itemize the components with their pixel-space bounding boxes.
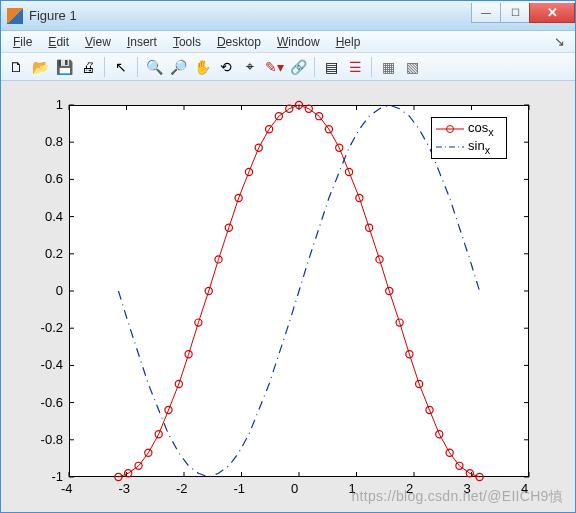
menu-tools[interactable]: Tools [165,33,209,51]
x-tick-label: 0 [291,481,298,496]
legend-label-sin: sinx [468,138,490,156]
y-tick-label: 0.2 [45,246,63,261]
show-plot-tools-icon[interactable]: ▧ [401,56,423,78]
maximize-button[interactable]: ☐ [500,3,530,23]
menu-help[interactable]: Help [328,33,369,51]
titlebar[interactable]: Figure 1 — ☐ ✕ [1,1,575,31]
rotate-3d-icon[interactable]: ⟲ [215,56,237,78]
y-tick-label: -1 [51,469,63,484]
legend-swatch-sin [436,140,464,154]
matlab-icon [7,8,23,24]
figure-window: Figure 1 — ☐ ✕ File Edit View Insert Too… [0,0,576,513]
close-button[interactable]: ✕ [529,3,575,23]
menubar: File Edit View Insert Tools Desktop Wind… [1,31,575,53]
y-tick-label: -0.4 [41,357,63,372]
save-icon[interactable]: 💾 [53,56,75,78]
y-tick-label: 0.8 [45,134,63,149]
zoom-out-icon[interactable]: 🔎 [167,56,189,78]
x-tick-label: 2 [406,481,413,496]
window-title: Figure 1 [29,8,472,23]
legend-swatch-cos [436,122,464,136]
y-tick-label: -0.2 [41,320,63,335]
y-tick-label: 0.4 [45,209,63,224]
legend-label-cos: cosx [468,120,494,138]
print-icon[interactable]: 🖨 [77,56,99,78]
arrow-icon[interactable]: ↖ [110,56,132,78]
x-tick-label: -3 [119,481,131,496]
window-buttons: — ☐ ✕ [472,3,575,25]
figure-area[interactable]: -4-3-2-101234-1-0.8-0.6-0.4-0.200.20.40.… [1,81,575,512]
y-tick-label: 0 [56,283,63,298]
data-cursor-icon[interactable]: ⌖ [239,56,261,78]
dock-icon[interactable]: ↘ [548,34,571,49]
plot-svg [69,105,529,477]
y-tick-label: 1 [56,97,63,112]
x-tick-label: 1 [349,481,356,496]
menu-file[interactable]: File [5,33,40,51]
zoom-in-icon[interactable]: 🔍 [143,56,165,78]
x-tick-label: -1 [234,481,246,496]
hide-plot-tools-icon[interactable]: ▦ [377,56,399,78]
new-figure-icon[interactable]: 🗋 [5,56,27,78]
menu-view[interactable]: View [77,33,119,51]
open-icon[interactable]: 📂 [29,56,51,78]
y-tick-label: 0.6 [45,171,63,186]
y-tick-label: -0.6 [41,395,63,410]
x-tick-label: -2 [176,481,188,496]
legend-entry-sin[interactable]: sinx [436,138,502,156]
legend[interactable]: cosx sinx [431,117,507,159]
x-tick-label: 4 [521,481,528,496]
y-tick-label: -0.8 [41,432,63,447]
x-tick-label: 3 [464,481,471,496]
insert-colorbar-icon[interactable]: ▤ [320,56,342,78]
brush-icon[interactable]: ✎▾ [263,56,285,78]
pan-icon[interactable]: ✋ [191,56,213,78]
menu-window[interactable]: Window [269,33,328,51]
insert-legend-icon[interactable]: ☰ [344,56,366,78]
link-icon[interactable]: 🔗 [287,56,309,78]
toolbar: 🗋 📂 💾 🖨 ↖ 🔍 🔎 ✋ ⟲ ⌖ ✎▾ 🔗 ▤ ☰ ▦ ▧ [1,53,575,81]
menu-insert[interactable]: Insert [119,33,165,51]
legend-entry-cos[interactable]: cosx [436,120,502,138]
menu-desktop[interactable]: Desktop [209,33,269,51]
minimize-button[interactable]: — [471,3,501,23]
watermark: https://blog.csdn.net/@EIICH9慎 [351,488,563,506]
menu-edit[interactable]: Edit [40,33,77,51]
